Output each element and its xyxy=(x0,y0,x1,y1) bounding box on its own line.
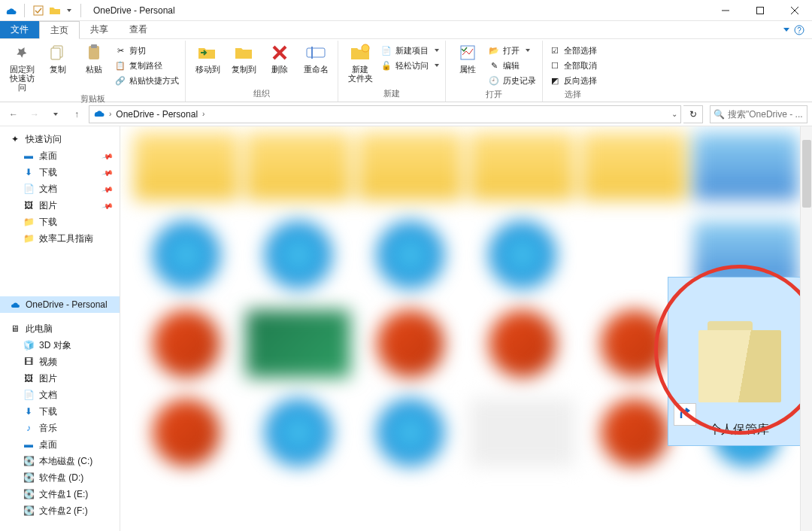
refresh-button[interactable]: ↻ xyxy=(683,105,703,123)
open-button[interactable]: 📂打开 xyxy=(488,44,536,57)
tree-documents-pc[interactable]: 📄文档 xyxy=(0,387,120,403)
copy-button[interactable]: 复制 xyxy=(42,42,74,74)
tab-home[interactable]: 主页 xyxy=(39,21,80,39)
select-all-button[interactable]: ☑全部选择 xyxy=(549,44,597,57)
tree-downloads[interactable]: ⬇下载📌 xyxy=(0,164,120,181)
star-icon: ✦ xyxy=(9,133,21,145)
tree-desktop-pc[interactable]: ▬桌面 xyxy=(0,436,120,453)
tree-c-drive[interactable]: 💽本地磁盘 (C:) xyxy=(0,453,120,469)
nav-bar: ← → ↑ › OneDrive - Personal › ⌄ ↻ 🔍 xyxy=(0,102,812,126)
tree-blank-item[interactable] xyxy=(0,247,120,289)
group-label: 新建 xyxy=(383,86,400,102)
group-label: 打开 xyxy=(486,87,502,102)
select-none-icon: ☐ xyxy=(549,59,561,71)
copy-path-button[interactable]: 📋复制路径 xyxy=(114,59,179,72)
select-none-button[interactable]: ☐全部取消 xyxy=(549,59,597,72)
tab-share[interactable]: 共享 xyxy=(80,21,119,38)
qat-dropdown-icon[interactable] xyxy=(65,5,73,17)
paste-shortcut-button[interactable]: 🔗粘贴快捷方式 xyxy=(114,74,179,87)
ribbon: 固定到 快速访问 复制 粘贴 ✂剪切 📋复制路径 🔗粘贴快捷方式 剪贴板 移动到 xyxy=(0,39,812,102)
tree-desktop[interactable]: ▬桌面📌 xyxy=(0,147,120,164)
properties-button[interactable]: 属性 xyxy=(452,42,483,74)
new-item-button[interactable]: 📄新建项目 xyxy=(380,44,439,57)
up-button[interactable]: ↑ xyxy=(68,105,86,123)
desktop-icon: ▬ xyxy=(23,438,35,451)
tree-pictures[interactable]: 🖼图片📌 xyxy=(0,197,120,214)
chevron-right-icon[interactable]: › xyxy=(202,110,205,118)
address-bar[interactable]: › OneDrive - Personal › ⌄ ↻ xyxy=(89,105,681,123)
search-box[interactable]: 🔍 xyxy=(710,105,807,123)
shortcut-overlay-icon xyxy=(674,403,696,426)
onedrive-cloud-icon xyxy=(5,5,17,17)
download-icon: ⬇ xyxy=(23,166,35,178)
new-folder-button[interactable]: 新建 文件夹 xyxy=(344,42,376,83)
rename-button[interactable]: 重命名 xyxy=(300,42,332,74)
tree-onedrive[interactable]: OneDrive - Personal xyxy=(0,296,120,313)
cube-icon: 🧊 xyxy=(23,339,35,351)
tab-view[interactable]: 查看 xyxy=(119,21,158,38)
maximize-button[interactable] xyxy=(743,0,777,21)
ribbon-group-clipboard: 固定到 快速访问 复制 粘贴 ✂剪切 📋复制路径 🔗粘贴快捷方式 剪贴板 xyxy=(0,41,186,102)
tree-videos[interactable]: 🎞视频 xyxy=(0,353,120,370)
move-to-button[interactable]: 移动到 xyxy=(192,42,223,74)
tree-3d-objects[interactable]: 🧊3D 对象 xyxy=(0,337,120,353)
svg-rect-0 xyxy=(34,6,43,15)
rename-icon xyxy=(305,42,326,63)
edit-button[interactable]: ✎编辑 xyxy=(488,59,536,72)
address-dropdown-icon[interactable]: ⌄ xyxy=(671,110,677,118)
new-item-icon: 📄 xyxy=(380,44,392,56)
pin-to-quick-access-button[interactable]: 固定到 快速访问 xyxy=(6,42,38,92)
breadcrumb-root[interactable]: OneDrive - Personal xyxy=(116,109,198,120)
edit-icon: ✎ xyxy=(488,59,500,71)
tree-d-drive[interactable]: 💽软件盘 (D:) xyxy=(0,469,120,486)
cut-button[interactable]: ✂剪切 xyxy=(114,44,179,57)
tree-this-pc[interactable]: 🖥此电脑 xyxy=(0,320,120,337)
back-button[interactable]: ← xyxy=(5,105,23,123)
tree-f-drive[interactable]: 💽文件盘2 (F:) xyxy=(0,502,120,519)
easy-access-icon: 🔓 xyxy=(380,59,392,71)
invert-icon: ◩ xyxy=(549,74,561,86)
history-button[interactable]: 🕘历史记录 xyxy=(488,74,536,87)
tree-e-drive[interactable]: 💽文件盘1 (E:) xyxy=(0,486,120,502)
copy-icon xyxy=(47,42,68,63)
drive-icon: 💽 xyxy=(23,472,35,484)
folder-small-icon[interactable] xyxy=(49,5,61,17)
tab-file[interactable]: 文件 xyxy=(0,21,39,38)
forward-button[interactable]: → xyxy=(26,105,44,123)
nav-tree: ✦快速访问 ▬桌面📌 ⬇下载📌 📄文档📌 🖼图片📌 📁下载 📁效率工具指南 On… xyxy=(0,126,120,531)
search-icon: 🔍 xyxy=(714,109,725,120)
onedrive-cloud-icon xyxy=(9,299,21,311)
scroll-thumb[interactable] xyxy=(802,140,811,208)
folder-icon: 📁 xyxy=(23,232,35,244)
tree-efficiency[interactable]: 📁效率工具指南 xyxy=(0,230,120,247)
ribbon-group-select: ☑全部选择 ☐全部取消 ◩反向选择 选择 xyxy=(543,41,603,102)
search-input[interactable] xyxy=(728,109,804,120)
easy-access-button[interactable]: 🔓轻松访问 xyxy=(380,59,439,72)
move-icon xyxy=(197,42,218,63)
tree-downloads-pc[interactable]: ⬇下载 xyxy=(0,403,120,420)
tree-quick-access[interactable]: ✦快速访问 xyxy=(0,131,120,147)
checkbox-icon[interactable] xyxy=(32,5,44,17)
ribbon-tabs: 文件 主页 共享 查看 ? xyxy=(0,21,812,39)
invert-selection-button[interactable]: ◩反向选择 xyxy=(549,74,597,87)
vertical-scrollbar[interactable] xyxy=(800,126,812,531)
tree-pictures-pc[interactable]: 🖼图片 xyxy=(0,370,120,387)
ribbon-group-organize: 移动到 复制到 删除 重命名 组织 xyxy=(186,41,338,102)
open-icon: 📂 xyxy=(488,44,500,56)
minimize-button[interactable] xyxy=(708,0,743,21)
drive-icon: 💽 xyxy=(23,455,35,467)
tree-music[interactable]: ♪音乐 xyxy=(0,420,120,436)
recent-locations-button[interactable] xyxy=(47,105,65,123)
tree-downloads-alt[interactable]: 📁下载 xyxy=(0,214,120,230)
file-pane[interactable]: 个人保管库 xyxy=(120,126,812,531)
scissors-icon: ✂ xyxy=(114,44,126,56)
copy-to-button[interactable]: 复制到 xyxy=(228,42,259,74)
close-button[interactable] xyxy=(777,0,812,21)
paste-button[interactable]: 粘贴 xyxy=(78,42,110,74)
chevron-right-icon[interactable]: › xyxy=(109,110,111,118)
ribbon-help[interactable]: ? xyxy=(776,21,812,38)
delete-button[interactable]: 删除 xyxy=(264,42,295,74)
svg-rect-2 xyxy=(757,7,764,14)
tree-documents[interactable]: 📄文档📌 xyxy=(0,181,120,197)
divider-icon xyxy=(24,4,25,17)
